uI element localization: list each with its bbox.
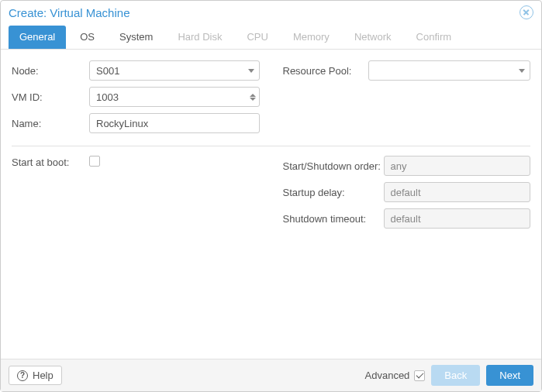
tab-system[interactable]: System [109, 26, 164, 49]
close-icon[interactable] [520, 5, 533, 19]
vmid-label: VM ID: [12, 91, 89, 103]
panel-general: Node: S001 VM ID: [1, 50, 541, 359]
tab-os[interactable]: OS [69, 26, 105, 49]
advanced-label: Advanced [365, 370, 410, 381]
tab-confirm: Confirm [406, 26, 463, 49]
startup-delay-input[interactable] [384, 182, 531, 202]
start-at-boot-checkbox[interactable] [89, 156, 100, 167]
tab-cpu: CPU [236, 26, 278, 49]
titlebar: Create: Virtual Machine [1, 1, 541, 22]
name-input[interactable] [89, 113, 260, 133]
name-label: Name: [12, 118, 89, 129]
help-label: Help [33, 370, 54, 381]
vmid-stepper[interactable] [89, 87, 260, 107]
dialog-title: Create: Virtual Machine [9, 6, 129, 19]
chevron-down-icon [248, 69, 254, 73]
node-value: S001 [96, 65, 248, 77]
start-at-boot-label: Start at boot: [12, 156, 89, 168]
node-label: Node: [12, 65, 89, 77]
order-input[interactable] [384, 156, 531, 176]
node-select[interactable]: S001 [89, 60, 260, 81]
tab-memory: Memory [282, 26, 340, 49]
help-button[interactable]: ? Help [9, 366, 62, 385]
separator [12, 146, 530, 146]
shutdown-timeout-input[interactable] [384, 208, 531, 229]
tab-general[interactable]: General [9, 26, 66, 49]
dialog-window: Create: Virtual Machine General OS Syste… [0, 0, 542, 392]
vmid-input[interactable] [96, 91, 250, 103]
tab-hard-disk: Hard Disk [167, 26, 233, 49]
tab-bar: General OS System Hard Disk CPU Memory N… [1, 22, 541, 50]
spinner-down-icon[interactable] [250, 98, 256, 101]
startup-delay-label: Startup delay: [283, 187, 384, 198]
shutdown-timeout-label: Shutdown timeout: [283, 213, 384, 225]
resource-pool-select[interactable] [368, 60, 531, 81]
chevron-down-icon [519, 69, 525, 73]
spinner-up-icon[interactable] [250, 94, 256, 97]
next-button[interactable]: Next [486, 365, 533, 386]
resource-pool-label: Resource Pool: [283, 65, 368, 77]
tab-network: Network [343, 26, 402, 49]
footer: ? Help Advanced Back Next [1, 359, 541, 391]
advanced-checkbox[interactable] [414, 370, 425, 381]
help-icon: ? [17, 370, 28, 381]
order-label: Start/Shutdown order: [283, 160, 384, 172]
back-button: Back [431, 365, 480, 386]
